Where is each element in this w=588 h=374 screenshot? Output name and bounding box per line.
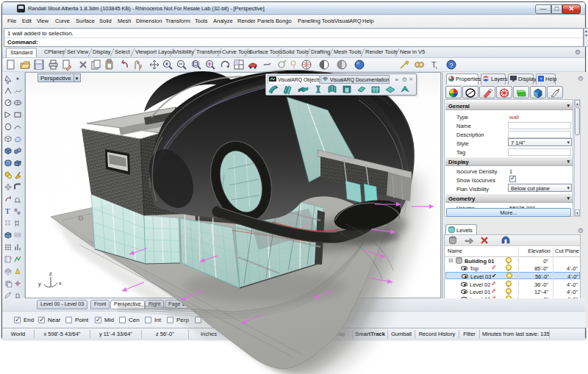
svg-text:?: ? (449, 62, 453, 69)
svg-text:t: t (436, 65, 437, 70)
svg-text:T: T (5, 207, 10, 215)
